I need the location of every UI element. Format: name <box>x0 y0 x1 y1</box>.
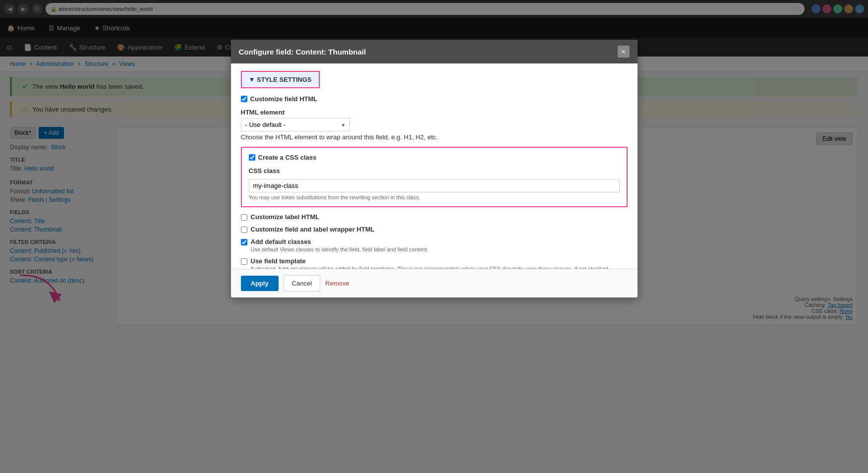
customize-label-checkbox[interactable] <box>241 214 247 221</box>
add-default-classes-checkbox[interactable] <box>241 239 247 245</box>
modal-header: Configure field: Content: Thumbnail × <box>231 40 637 63</box>
css-class-description: You may use token substitutions from the… <box>249 194 620 200</box>
create-css-class-row: Create a CSS class <box>249 154 620 161</box>
add-default-classes-row: Add default classes Use default Views cl… <box>241 238 628 252</box>
apply-button[interactable]: Apply <box>241 276 279 291</box>
html-element-select-wrapper: - Use default - ▼ <box>241 118 350 131</box>
customize-wrapper-checkbox[interactable] <box>241 227 247 233</box>
customize-html-label: Customize field HTML <box>250 95 318 103</box>
customize-wrapper-row: Customize field and label wrapper HTML <box>241 226 628 233</box>
modal-footer: Apply Cancel Remove <box>231 269 637 297</box>
create-css-class-label: Create a CSS class <box>258 154 317 161</box>
customize-label-row: Customize label HTML <box>241 213 628 221</box>
configure-field-modal: Configure field: Content: Thumbnail × ▼ … <box>231 40 637 297</box>
style-settings-label: ▼ STYLE SETTINGS <box>249 76 312 83</box>
modal-title: Configure field: Content: Thumbnail <box>239 48 366 56</box>
modal-overlay: Configure field: Content: Thumbnail × ▼ … <box>0 0 868 330</box>
modal-close-button[interactable]: × <box>618 46 630 58</box>
modal-body: ▼ STYLE SETTINGS Customize field HTML HT… <box>231 63 637 269</box>
css-class-box: Create a CSS class CSS class You may use… <box>241 147 628 207</box>
customize-html-row: Customize field HTML <box>241 95 628 103</box>
css-class-input[interactable] <box>249 179 620 192</box>
html-element-row: HTML element - Use default - ▼ Choose th… <box>241 109 628 141</box>
use-field-template-checkbox[interactable] <box>241 258 247 265</box>
create-css-class-checkbox[interactable] <box>249 154 255 161</box>
cancel-button[interactable]: Cancel <box>284 275 320 292</box>
remove-button[interactable]: Remove <box>325 276 349 291</box>
style-settings-toggle[interactable]: ▼ STYLE SETTINGS <box>241 71 320 88</box>
css-class-input-row: CSS class You may use token substitution… <box>249 167 620 200</box>
html-element-select[interactable]: - Use default - <box>241 118 350 131</box>
use-field-template-row: Use field template If checked, field api… <box>241 257 628 269</box>
html-element-description: Choose the HTML element to wrap around t… <box>241 133 628 141</box>
customize-html-checkbox[interactable] <box>241 96 247 102</box>
